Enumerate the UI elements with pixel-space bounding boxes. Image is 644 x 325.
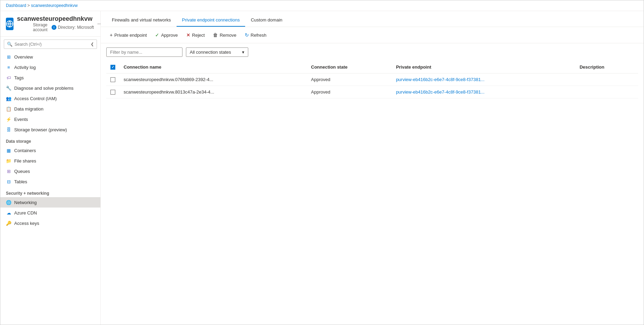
table-row: scanwesteuropeedhnkvw.076fd869-2392-4...… <box>106 73 638 86</box>
row2-private-endpoint-link[interactable]: purview-eb416b2c-e6e7-4c8f-9ce8-f37381..… <box>396 89 485 95</box>
activity-log-icon: ≡ <box>6 64 11 70</box>
resource-directory: i Directory: Microsoft <box>52 25 94 30</box>
resource-icon <box>6 18 14 30</box>
row2-connection-name: scanwesteuropeedhnkvw.8013c47a-2e34-4... <box>119 86 307 98</box>
dropdown-label: All connection states <box>190 50 231 55</box>
add-endpoint-label: Private endpoint <box>114 33 147 38</box>
refresh-icon: ↻ <box>245 32 249 38</box>
breadcrumb-resource[interactable]: scanwesteuropeedhnkvw <box>31 3 78 8</box>
reject-label: Reject <box>192 33 205 38</box>
sidebar-item-label: Azure CDN <box>14 210 37 216</box>
sidebar-item-access-keys[interactable]: 🔑 Access keys <box>0 218 100 228</box>
sidebar-item-label: Overview <box>14 54 33 60</box>
remove-label: Remove <box>220 33 236 38</box>
refresh-button[interactable]: ↻ Refresh <box>241 30 270 39</box>
sidebar-item-label: Data migration <box>14 106 44 112</box>
row1-private-endpoint-link[interactable]: purview-eb416b2c-e6e7-4c8f-9ce8-f37381..… <box>396 77 485 82</box>
sidebar-item-overview[interactable]: ⊞ Overview <box>0 52 100 62</box>
row1-description <box>575 73 638 86</box>
tab-firewalls[interactable]: Firewalls and virtual networks <box>106 14 177 27</box>
containers-icon: ▦ <box>6 148 11 153</box>
row2-description <box>575 86 638 98</box>
row2-checkbox-cell <box>106 86 119 98</box>
sidebar-item-file-shares[interactable]: 📁 File shares <box>0 156 100 166</box>
diagnose-icon: 🔧 <box>6 85 11 91</box>
add-endpoint-button[interactable]: + Private endpoint <box>106 30 150 39</box>
header-checkbox-col <box>106 61 119 73</box>
sidebar-item-label: Events <box>14 117 28 122</box>
approve-label: Approve <box>161 33 178 38</box>
row1-checkbox[interactable] <box>110 77 115 82</box>
tags-icon: 🏷 <box>6 75 11 80</box>
approve-icon: ✓ <box>155 32 159 38</box>
sidebar-item-label: Activity log <box>14 65 36 70</box>
data-migration-icon: 📋 <box>6 106 11 112</box>
azure-cdn-icon: ☁ <box>6 210 11 216</box>
sidebar-item-label: Queues <box>14 169 30 174</box>
resource-name: scanwesteuropeedhnkvw <box>17 15 94 23</box>
sidebar-item-networking[interactable]: 🌐 Networking <box>0 197 100 208</box>
networking-icon: 🌐 <box>6 200 11 205</box>
sidebar-item-containers[interactable]: ▦ Containers <box>0 145 100 156</box>
events-icon: ⚡ <box>6 116 11 122</box>
sidebar-item-events[interactable]: ⚡ Events <box>0 114 100 124</box>
file-shares-icon: 📁 <box>6 158 11 164</box>
row1-connection-name: scanwesteuropeedhnkvw.076fd869-2392-4... <box>119 73 307 86</box>
sidebar-nav: ⊞ Overview ≡ Activity log 🏷 Tags 🔧 Diagn… <box>0 52 100 325</box>
chevron-down-icon: ▾ <box>242 50 244 55</box>
info-icon[interactable]: i <box>52 25 56 30</box>
row1-private-endpoint[interactable]: purview-eb416b2c-e6e7-4c8f-9ce8-f37381..… <box>392 73 575 86</box>
resource-ellipsis[interactable]: ··· <box>97 20 101 27</box>
sidebar-item-access-control[interactable]: 👥 Access Control (IAM) <box>0 93 100 104</box>
sidebar-item-diagnose[interactable]: 🔧 Diagnose and solve problems <box>0 83 100 93</box>
filter-row: All connection states ▾ <box>101 43 644 61</box>
sidebar-item-tags[interactable]: 🏷 Tags <box>0 72 100 83</box>
row2-checkbox[interactable] <box>110 90 115 95</box>
filter-input-container[interactable] <box>106 47 182 57</box>
row1-connection-state: Approved <box>307 73 392 86</box>
reject-icon: ✕ <box>186 32 190 38</box>
table-row: scanwesteuropeedhnkvw.8013c47a-2e34-4...… <box>106 86 638 98</box>
header-connection-state: Connection state <box>307 61 392 73</box>
tabs-bar: Firewalls and virtual networks Private e… <box>101 14 644 27</box>
sidebar-item-tables[interactable]: ⊟ Tables <box>0 176 100 187</box>
sidebar-item-azure-cdn[interactable]: ☁ Azure CDN <box>0 208 100 218</box>
header-connection-name: Connection name <box>119 61 307 73</box>
tab-private-endpoints[interactable]: Private endpoint connections <box>177 14 245 27</box>
reject-button[interactable]: ✕ Reject <box>183 30 208 39</box>
header-description: Description <box>575 61 638 73</box>
search-icon: 🔍 <box>7 42 12 47</box>
header-checkbox[interactable] <box>110 65 115 70</box>
approve-button[interactable]: ✓ Approve <box>152 30 181 39</box>
sidebar-item-label: Containers <box>14 148 36 153</box>
toolbar: + Private endpoint ✓ Approve ✕ Reject 🗑 … <box>101 27 644 43</box>
filter-input[interactable] <box>110 50 179 55</box>
row1-checkbox-cell <box>106 73 119 86</box>
access-keys-icon: 🔑 <box>6 220 11 226</box>
sidebar-item-storage-browser[interactable]: 🗄 Storage browser (preview) <box>0 124 100 135</box>
remove-button[interactable]: 🗑 Remove <box>209 30 240 39</box>
sidebar-item-label: Storage browser (preview) <box>14 127 67 132</box>
section-security-networking: Security + networking <box>0 187 100 197</box>
sidebar-item-queues[interactable]: ⊞ Queues <box>0 166 100 176</box>
sidebar-item-label: Diagnose and solve problems <box>14 86 73 91</box>
queues-icon: ⊞ <box>6 168 11 174</box>
sidebar-item-label: Access keys <box>14 221 39 226</box>
sidebar-item-activity-log[interactable]: ≡ Activity log <box>0 62 100 72</box>
sidebar-item-label: Tags <box>14 75 24 80</box>
state-dropdown[interactable]: All connection states ▾ <box>186 47 248 57</box>
breadcrumb-dashboard[interactable]: Dashboard <box>6 3 26 8</box>
sidebar-item-data-migration[interactable]: 📋 Data migration <box>0 104 100 114</box>
search-input[interactable] <box>15 42 89 47</box>
search-bar[interactable]: 🔍 ❮ <box>4 39 97 49</box>
collapse-icon[interactable]: ❮ <box>91 42 94 46</box>
header-private-endpoint: Private endpoint <box>392 61 575 73</box>
connections-table: Connection name Connection state Private… <box>106 61 638 98</box>
section-data-storage: Data storage <box>0 135 100 145</box>
sidebar-item-label: Networking <box>14 200 37 205</box>
overview-icon: ⊞ <box>6 54 11 60</box>
remove-icon: 🗑 <box>213 32 218 38</box>
tab-custom-domain[interactable]: Custom domain <box>245 14 288 27</box>
breadcrumb: Dashboard > scanwesteuropeedhnkvw <box>0 0 644 11</box>
row2-private-endpoint[interactable]: purview-eb416b2c-e6e7-4c8f-9ce8-f37381..… <box>392 86 575 98</box>
